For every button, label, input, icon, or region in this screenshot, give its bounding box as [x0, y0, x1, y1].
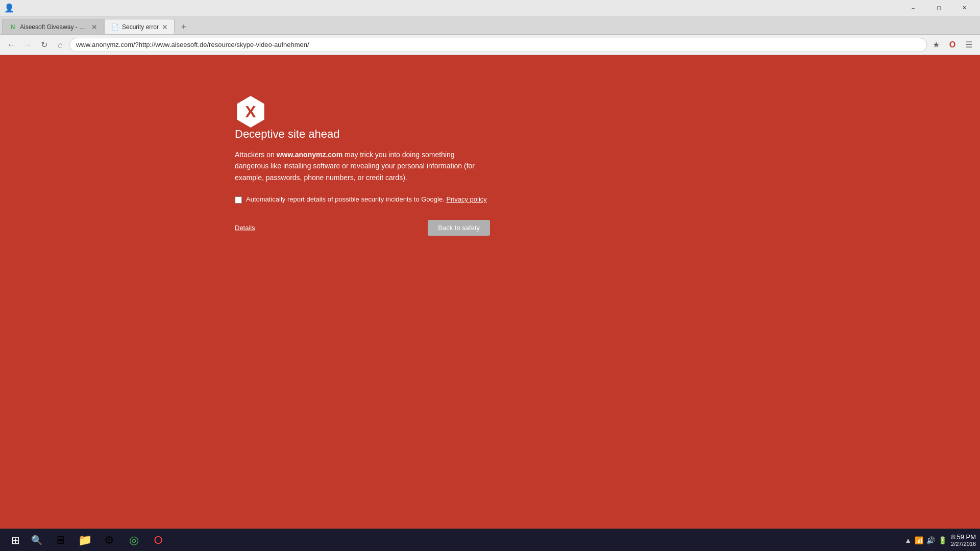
start-button[interactable]: ⊞ — [4, 529, 27, 552]
task-manager-icon: 🖥 — [55, 534, 66, 547]
taskbar-clock[interactable]: 8:59 PM 2/27/2016 — [951, 533, 976, 547]
taskbar-search[interactable]: 🔍 — [27, 532, 47, 549]
address-bar[interactable] — [69, 38, 927, 52]
file-explorer-icon: 📁 — [78, 534, 92, 547]
restore-button[interactable]: ◻ — [927, 1, 950, 16]
clock-time: 8:59 PM — [951, 533, 976, 541]
tab-aiseesoft[interactable]: N Aiseesoft Giveaway - Give... ✕ — [2, 19, 104, 34]
tab-bar: N Aiseesoft Giveaway - Give... ✕ 📄 Secur… — [0, 16, 980, 35]
taskbar: ⊞ 🔍 🖥 📁 ⚙ ◎ O ▲ 📶 🔊 🔋 8:59 PM 2/27/2016 — [0, 529, 980, 551]
page-content: X Deceptive site ahead Attackers on www.… — [0, 55, 980, 529]
report-checkbox[interactable] — [235, 196, 242, 204]
checkbox-label: Automatically report details of possible… — [246, 195, 487, 203]
details-button[interactable]: Details — [235, 224, 255, 232]
taskbar-chrome[interactable]: ◎ — [122, 529, 145, 552]
browser-frame: 👤 − ◻ ✕ N Aiseesoft Giveaway - Give... ✕… — [0, 0, 980, 551]
settings-icon: ⚙ — [104, 534, 114, 547]
minimize-button[interactable]: − — [901, 1, 925, 16]
taskbar-opera[interactable]: O — [147, 529, 169, 552]
tray-battery[interactable]: 🔋 — [938, 536, 947, 544]
tab-close-2[interactable]: ✕ — [162, 23, 168, 31]
privacy-policy-link[interactable]: Privacy policy — [446, 195, 486, 203]
menu-button[interactable]: ☰ — [962, 38, 976, 52]
taskbar-apps: 🖥 📁 ⚙ ◎ O — [49, 529, 169, 552]
profile-area: 👤 — [4, 3, 18, 13]
error-container: X Deceptive site ahead Attackers on www.… — [235, 96, 490, 236]
error-site-name: www.anonymz.com — [277, 151, 342, 159]
title-bar: 👤 − ◻ ✕ — [0, 0, 980, 16]
back-to-safety-button[interactable]: Back to safety — [428, 220, 490, 236]
window-controls: − ◻ ✕ — [901, 1, 976, 16]
tab-label-1: Aiseesoft Giveaway - Give... — [20, 23, 88, 31]
actions-row: Details Back to safety — [235, 220, 490, 236]
tab-close-1[interactable]: ✕ — [91, 23, 97, 31]
error-title: Deceptive site ahead — [235, 128, 490, 141]
taskbar-right: ▲ 📶 🔊 🔋 8:59 PM 2/27/2016 — [904, 533, 976, 547]
tray-network[interactable]: 📶 — [915, 536, 923, 544]
tab-security-error[interactable]: 📄 Security error ✕ — [104, 19, 175, 34]
tray-volume[interactable]: 🔊 — [926, 536, 935, 544]
home-button[interactable]: ⌂ — [53, 38, 67, 52]
opera-icon: O — [154, 534, 162, 547]
nav-right: ★ O ☰ — [929, 38, 976, 52]
forward-button[interactable]: → — [20, 38, 35, 52]
bookmark-button[interactable]: ★ — [929, 38, 943, 52]
close-button[interactable]: ✕ — [952, 1, 976, 16]
tab-label-2: Security error — [122, 23, 159, 31]
tab-favicon-1: N — [9, 23, 17, 31]
back-button[interactable]: ← — [4, 38, 18, 52]
taskbar-task-manager[interactable]: 🖥 — [49, 529, 71, 552]
chrome-icon: ◎ — [129, 534, 139, 547]
nav-bar: ← → ↻ ⌂ ★ O ☰ — [0, 35, 980, 55]
refresh-button[interactable]: ↻ — [37, 38, 51, 52]
x-icon: X — [245, 104, 256, 120]
error-body-prefix: Attackers on — [235, 151, 277, 159]
checkbox-row: Automatically report details of possible… — [235, 195, 490, 204]
taskbar-file-explorer[interactable]: 📁 — [74, 529, 96, 552]
new-tab-button[interactable]: + — [177, 20, 191, 34]
tray-expand[interactable]: ▲ — [904, 536, 912, 544]
taskbar-settings[interactable]: ⚙ — [98, 529, 120, 552]
warning-icon: X — [235, 96, 266, 128]
start-icon: ⊞ — [11, 534, 20, 546]
tab-favicon-2: 📄 — [111, 23, 119, 31]
system-tray-icons: ▲ 📶 🔊 🔋 — [904, 536, 947, 544]
search-icon: 🔍 — [31, 535, 42, 546]
profile-icon[interactable]: 👤 — [4, 3, 14, 13]
opera-icon[interactable]: O — [945, 38, 960, 52]
error-body: Attackers on www.anonymz.com may trick y… — [235, 149, 490, 183]
clock-date: 2/27/2016 — [951, 541, 976, 547]
